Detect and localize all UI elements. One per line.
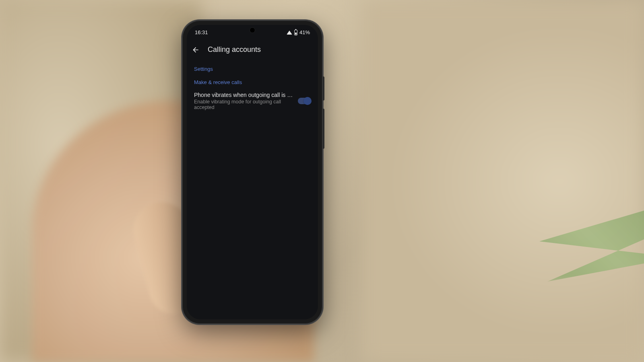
- settings-content: Settings Make & receive calls Phone vibr…: [187, 60, 318, 116]
- section-label-calls: Make & receive calls: [194, 74, 311, 88]
- status-time: 16:31: [195, 29, 208, 35]
- battery-icon: [294, 30, 297, 35]
- phone-side-button: [323, 76, 324, 101]
- battery-text: 41%: [299, 29, 310, 35]
- wifi-icon: [287, 31, 292, 35]
- arrow-left-icon: [192, 46, 200, 54]
- background-blur: [362, 0, 644, 362]
- status-right: 41%: [287, 29, 310, 35]
- setting-vibrate-on-accept[interactable]: Phone vibrates when outgoing call is acc…: [194, 88, 311, 114]
- phone-side-button: [323, 109, 324, 149]
- phone-device: 16:31 41% Calling accounts Settings Make…: [182, 20, 323, 324]
- camera-hole: [250, 27, 255, 33]
- phone-screen: 16:31 41% Calling accounts Settings Make…: [187, 25, 318, 319]
- setting-title: Phone vibrates when outgoing call is acc…: [194, 92, 294, 98]
- setting-subtitle: Enable vibrating mode for outgoing call …: [194, 99, 294, 110]
- section-label-settings: Settings: [194, 61, 311, 74]
- toggle-knob: [303, 97, 312, 105]
- app-header: Calling accounts: [187, 40, 318, 60]
- setting-text: Phone vibrates when outgoing call is acc…: [194, 92, 294, 110]
- vibrate-toggle[interactable]: [298, 98, 311, 104]
- page-title: Calling accounts: [208, 45, 261, 54]
- back-button[interactable]: [192, 46, 200, 54]
